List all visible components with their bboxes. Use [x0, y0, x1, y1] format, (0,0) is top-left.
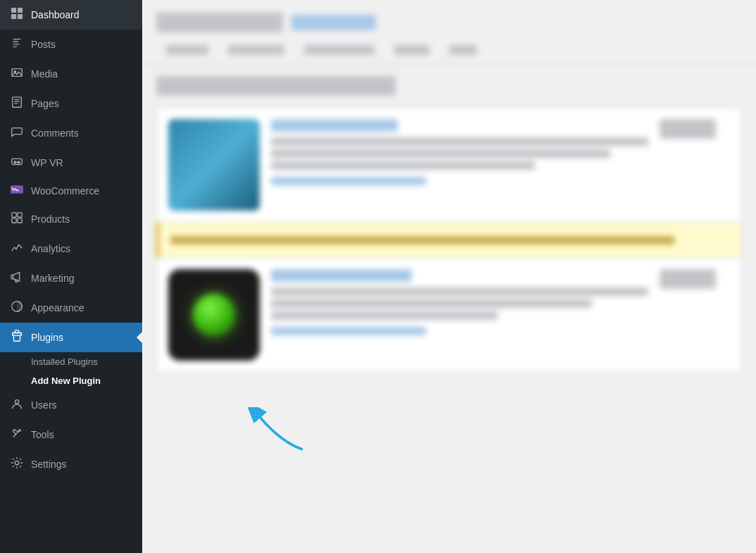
sidebar-item-media[interactable]: Media	[0, 59, 142, 89]
svg-rect-7	[12, 159, 22, 164]
warning-text	[170, 236, 674, 244]
plugin-name-2	[271, 269, 412, 282]
dashboard-icon	[10, 7, 24, 23]
plugins-icon	[10, 330, 24, 345]
filter-tab-4[interactable]	[384, 39, 439, 64]
sidebar-item-posts[interactable]: Posts	[0, 30, 142, 59]
add-new-plugin-label: Add New Plugin	[31, 375, 101, 386]
sidebar-label-marketing: Marketing	[31, 273, 74, 284]
sidebar-item-woocommerce[interactable]: WooCommerce	[0, 178, 142, 204]
tools-icon	[10, 427, 24, 442]
woocommerce-icon	[10, 185, 24, 197]
sidebar-label-wpvr: WP VR	[31, 157, 63, 168]
plugin-list	[142, 107, 756, 373]
svg-rect-2	[11, 14, 16, 19]
sidebar-label-media: Media	[31, 68, 58, 80]
plugin-meta-btn-2	[660, 269, 716, 289]
plugin-icon-1	[168, 119, 260, 211]
analytics-icon	[10, 241, 24, 256]
sidebar-item-appearance[interactable]: Appearance	[0, 293, 142, 323]
installed-plugins-label: Installed Plugins	[31, 356, 98, 367]
pages-icon	[10, 96, 24, 111]
svg-rect-4	[12, 69, 22, 77]
sidebar-label-settings: Settings	[31, 459, 67, 470]
sidebar-label-pages: Pages	[31, 98, 59, 109]
sidebar-item-users[interactable]: Users	[0, 390, 142, 420]
plugin-meta-1	[660, 119, 730, 139]
green-orb	[193, 294, 235, 336]
plugin-row-1	[156, 107, 742, 222]
plugin-desc-2a	[271, 287, 648, 296]
sidebar-item-pages[interactable]: Pages	[0, 89, 142, 118]
users-icon	[10, 397, 24, 413]
sidebar-label-analytics: Analytics	[31, 243, 70, 254]
filter-tab-5[interactable]	[439, 39, 487, 64]
filter-tab-3[interactable]	[294, 39, 384, 64]
svg-rect-6	[13, 97, 22, 107]
sidebar-label-posts: Posts	[31, 39, 56, 50]
plugin-desc-1c	[271, 161, 535, 170]
plugin-name-1	[271, 119, 398, 132]
sidebar-label-woocommerce: WooCommerce	[31, 185, 99, 197]
sidebar-item-plugins[interactable]: Plugins	[0, 323, 142, 352]
sidebar-label-products: Products	[31, 213, 70, 225]
svg-point-15	[15, 400, 18, 404]
sidebar-item-analytics[interactable]: Analytics	[0, 234, 142, 263]
plugin-meta-btn-1	[660, 119, 716, 139]
plugin-desc-2c	[271, 311, 498, 320]
sidebar-item-tools[interactable]: Tools	[0, 420, 142, 449]
plugin-row-2	[156, 257, 742, 373]
sidebar-label-comments: Comments	[31, 128, 79, 139]
page-title-block	[156, 13, 283, 32]
posts-icon	[10, 37, 24, 52]
page-subtitle-block	[291, 15, 376, 30]
plugin-icon-2	[168, 269, 260, 361]
filter-tab-1[interactable]	[156, 39, 218, 64]
sidebar-item-dashboard[interactable]: Dashboard	[0, 0, 142, 30]
svg-rect-10	[18, 213, 22, 217]
blurred-area	[142, 0, 756, 553]
sidebar-label-appearance: Appearance	[31, 302, 84, 313]
sidebar-item-comments[interactable]: Comments	[0, 118, 142, 148]
sidebar-label-users: Users	[31, 399, 57, 411]
sidebar-item-settings[interactable]: Settings	[0, 449, 142, 479]
svg-rect-1	[18, 8, 23, 13]
products-icon	[10, 211, 24, 227]
svg-rect-9	[12, 213, 16, 217]
settings-icon	[10, 456, 24, 472]
sidebar-label-dashboard: Dashboard	[31, 9, 80, 20]
plugin-desc-1a	[271, 137, 648, 146]
plugin-meta-2	[660, 269, 730, 289]
svg-point-16	[15, 461, 18, 464]
plugin-row-warning	[156, 222, 742, 257]
svg-rect-0	[11, 8, 16, 13]
sidebar-item-products[interactable]: Products	[0, 204, 142, 234]
wpvr-icon	[10, 155, 24, 170]
svg-rect-11	[12, 218, 16, 223]
sidebar: Dashboard Posts Media Pages Comments WP …	[0, 0, 142, 553]
filter-tabs-bar	[142, 39, 756, 65]
plugin-actions-2	[271, 327, 426, 335]
sidebar-label-plugins: Plugins	[31, 332, 63, 343]
sidebar-item-wpvr[interactable]: WP VR	[0, 148, 142, 178]
plugin-actions-1	[271, 177, 426, 185]
media-icon	[10, 66, 24, 82]
plugin-info-1	[271, 119, 648, 185]
page-header	[142, 0, 756, 39]
sidebar-label-tools: Tools	[31, 429, 54, 440]
plugin-desc-1b	[271, 149, 610, 158]
marketing-icon	[10, 271, 24, 286]
search-blurred-block	[156, 76, 396, 96]
submenu-add-new-plugin[interactable]: Add New Plugin	[0, 371, 142, 390]
sidebar-item-marketing[interactable]: Marketing	[0, 263, 142, 293]
svg-rect-3	[18, 14, 23, 19]
plugin-info-2	[271, 269, 648, 335]
appearance-icon	[10, 300, 24, 316]
submenu-installed-plugins[interactable]: Installed Plugins	[0, 352, 142, 371]
comments-icon	[10, 125, 24, 141]
filter-tab-2[interactable]	[218, 39, 294, 64]
search-bar-row	[142, 72, 756, 100]
plugin-desc-2b	[271, 299, 592, 308]
main-content	[142, 0, 756, 553]
svg-rect-12	[18, 218, 22, 223]
